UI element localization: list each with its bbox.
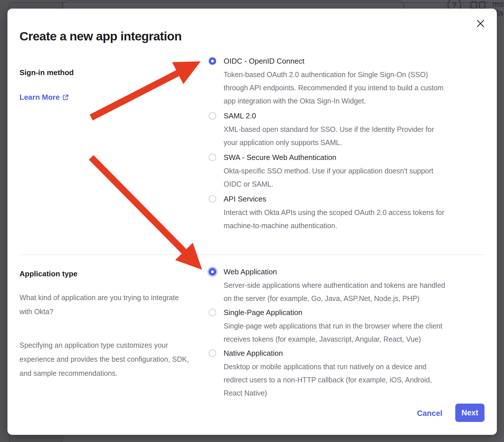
apptype-radio-single-page-application[interactable] <box>209 309 216 316</box>
learn-more-label: Learn More <box>19 93 60 102</box>
application-type-explanation: Specifying an application type customize… <box>19 338 192 380</box>
learn-more-link[interactable]: Learn More <box>19 93 69 102</box>
signin-label-oidc-openid-connect[interactable]: OIDC - OpenID Connect <box>224 56 450 67</box>
apptype-row-native-application: Native Application Desktop or mobile app… <box>209 348 450 400</box>
signin-description-oidc-openid-connect: Token-based OAuth 2.0 authentication for… <box>224 68 450 107</box>
apptype-label-native-application[interactable]: Native Application <box>224 348 450 359</box>
application-type-heading: Application type <box>19 269 77 278</box>
close-button[interactable] <box>475 18 486 29</box>
next-button[interactable]: Next <box>455 404 485 422</box>
signin-description-api-services: Interact with Okta APIs using the scoped… <box>224 206 450 232</box>
apptype-row-single-page-application: Single-Page Application Single-page web … <box>209 307 450 346</box>
apptype-row-web-application: Web Application Server-side applications… <box>209 266 450 305</box>
signin-row-oidc-openid-connect: OIDC - OpenID Connect Token-based OAuth … <box>209 56 450 107</box>
signin-description-swa-secure-web-authentication: Okta-specific SSO method. Use if your ap… <box>224 164 450 191</box>
signin-description-saml-2-0: XML-based open standard for SSO. Use if … <box>224 123 450 149</box>
close-icon <box>477 20 484 27</box>
apptype-description-native-application: Desktop or mobile applications that run … <box>224 360 450 400</box>
signin-radio-api-services[interactable] <box>209 195 216 203</box>
create-app-integration-dialog: Create a new app integration Sign-in met… <box>7 9 497 435</box>
apptype-radio-native-application[interactable] <box>209 349 216 357</box>
signin-row-saml-2-0: SAML 2.0 XML-based open standard for SSO… <box>209 110 450 149</box>
apptype-radio-web-application[interactable] <box>209 268 216 275</box>
apptype-label-single-page-application[interactable]: Single-Page Application <box>224 307 450 318</box>
apptype-description-single-page-application: Single-page web applications that run in… <box>224 319 450 346</box>
account-text-line1: msh <box>493 0 504 9</box>
signin-row-api-services: API Services Interact with Okta APIs usi… <box>209 193 450 232</box>
application-type-question: What kind of application are you trying … <box>19 291 192 319</box>
signin-label-api-services[interactable]: API Services <box>224 193 450 204</box>
signin-radio-saml-2-0[interactable] <box>209 112 216 120</box>
apptype-label-web-application[interactable]: Web Application <box>224 266 450 277</box>
signin-label-saml-2-0[interactable]: SAML 2.0 <box>224 110 450 121</box>
signin-label-swa-secure-web-authentication[interactable]: SWA - Secure Web Authentication <box>224 152 450 163</box>
dialog-title: Create a new app integration <box>19 29 181 43</box>
external-link-icon <box>62 94 69 101</box>
cancel-button[interactable]: Cancel <box>417 408 442 419</box>
signin-radio-oidc-openid-connect[interactable] <box>209 57 216 65</box>
section-divider <box>19 255 485 255</box>
signin-method-heading: Sign-in method <box>19 68 74 77</box>
apps-grid-icon <box>470 1 485 8</box>
signin-radio-swa-secure-web-authentication[interactable] <box>209 154 216 161</box>
apptype-description-web-application: Server-side applications where authentic… <box>224 279 450 305</box>
signin-row-swa-secure-web-authentication: SWA - Secure Web Authentication Okta-spe… <box>209 152 450 191</box>
